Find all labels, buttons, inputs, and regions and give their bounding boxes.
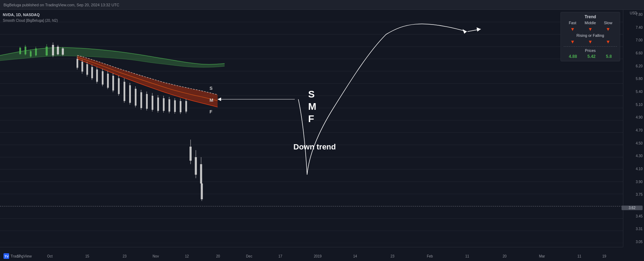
- time-label-11: 11: [465, 254, 469, 258]
- time-axis: 17 Oct 15 23 Nov 12 20 Dec 17 2019 14 23…: [0, 247, 623, 261]
- trend-columns: Fast Middle Slow: [561, 20, 620, 26]
- tv-logo: TV TradingView: [4, 253, 32, 259]
- chart-svg: S M F S M F Down trend: [0, 10, 623, 247]
- tv-logo-icon: TV: [4, 253, 9, 259]
- price-slow: 5.8: [606, 54, 612, 59]
- price-tick-510: 5.10: [625, 103, 643, 107]
- price-tick-305: 3.05: [625, 240, 643, 244]
- trend-slow-arrow: ▼: [606, 26, 611, 32]
- legend: NVDA, 1D, NASDAQ Smooth Cloud [BigBeluga…: [3, 12, 58, 23]
- price-tick-700: 7.00: [625, 38, 643, 42]
- svg-text:Down trend: Down trend: [293, 142, 336, 151]
- price-tick-620: 6.20: [625, 64, 643, 68]
- price-tick-490: 4.90: [625, 115, 643, 120]
- price-axis: 7.80 7.40 7.00 6.60 6.20 5.80 5.40 5.10 …: [623, 10, 644, 247]
- trend-mid-arrow2: ▼: [588, 39, 593, 45]
- time-axis-container: 17 Oct 15 23 Nov 12 20 Dec 17 2019 14 23…: [0, 247, 623, 261]
- svg-text:TV: TV: [5, 255, 9, 258]
- price-tick-345: 3.45: [625, 214, 643, 219]
- price-tick-390: 3.90: [625, 180, 643, 184]
- time-label-23b: 23: [391, 254, 394, 258]
- price-tick-740: 7.40: [625, 26, 643, 30]
- chart-area: S M F S M F Down trend: [0, 10, 623, 247]
- price-fast: 4.88: [569, 54, 577, 59]
- trend-fast-arrow: ▼: [570, 26, 575, 32]
- prices-row: 4.88 5.42 5.8: [561, 53, 620, 60]
- prices-label-row: Prices: [561, 48, 620, 53]
- trend-box: Trend Fast Middle Slow ▼ ▼ ▼ Rising or F…: [560, 12, 620, 61]
- price-mid: 5.42: [587, 54, 596, 59]
- tv-logo-text: TradingView: [11, 254, 32, 258]
- price-tick-331: 3.31: [625, 227, 643, 231]
- price-tick-450: 4.50: [625, 141, 643, 146]
- trend-mid-arrow: ▼: [588, 26, 593, 32]
- time-label-15: 15: [85, 254, 89, 258]
- price-tick-430: 4.30: [625, 154, 643, 158]
- time-label-nov: Nov: [153, 254, 159, 258]
- svg-text:M: M: [308, 101, 316, 112]
- currency-label: USD: [623, 10, 644, 15]
- time-label-feb: Feb: [427, 254, 433, 258]
- svg-text:F: F: [308, 113, 314, 124]
- price-tick-375: 3.75: [625, 193, 643, 197]
- time-label-23: 23: [122, 254, 126, 258]
- time-label-mar: Mar: [539, 254, 545, 258]
- svg-text:S: S: [210, 86, 213, 91]
- price-tick-540: 5.40: [625, 90, 643, 94]
- trend-mid-label: Middle: [582, 21, 599, 25]
- trend-arrows-row: ▼ ▼ ▼: [561, 26, 620, 33]
- trend-divider: [564, 46, 617, 47]
- time-label-dec: Dec: [246, 254, 252, 258]
- price-tick-410: 4.10: [625, 167, 643, 171]
- svg-text:M: M: [210, 98, 213, 103]
- rising-falling-label: Rising or Falling: [564, 33, 617, 38]
- trend-fast-label: Fast: [564, 21, 582, 25]
- time-label-14: 14: [353, 254, 357, 258]
- svg-rect-2: [0, 10, 623, 247]
- time-label-11b: 11: [577, 254, 581, 258]
- trend-slow-arrow2: ▼: [606, 39, 611, 45]
- legend-line1: NVDA, 1D, NASDAQ: [3, 12, 58, 18]
- price-tick-660: 6.60: [625, 51, 643, 55]
- top-bar: BigBeluga published on TradingView.com, …: [0, 0, 644, 10]
- svg-text:F: F: [210, 109, 212, 114]
- svg-text:S: S: [308, 89, 315, 100]
- top-bar-text: BigBeluga published on TradingView.com, …: [4, 3, 119, 7]
- trend-slow-label: Slow: [599, 21, 617, 25]
- time-label-oct: Oct: [47, 254, 53, 258]
- price-tick-580: 5.80: [625, 77, 643, 81]
- trend-arrows-row2: ▼ ▼ ▼: [561, 38, 620, 45]
- time-label-20b: 20: [503, 254, 506, 258]
- time-label-12: 12: [185, 254, 189, 258]
- price-tick-470: 4.70: [625, 128, 643, 133]
- rising-falling-label-row: Rising or Falling: [561, 33, 620, 38]
- time-label-19: 19: [602, 254, 606, 258]
- trend-fast-arrow2: ▼: [570, 39, 575, 45]
- prices-label: Prices: [564, 48, 617, 53]
- legend-line2: Smooth Cloud [BigBeluga] (20, hl2): [3, 18, 58, 23]
- time-label-17b: 17: [278, 254, 282, 258]
- trend-title: Trend: [561, 14, 620, 20]
- time-label-2019: 2019: [314, 254, 321, 258]
- current-price-badge: 3.62: [622, 206, 643, 210]
- time-label-20: 20: [216, 254, 220, 258]
